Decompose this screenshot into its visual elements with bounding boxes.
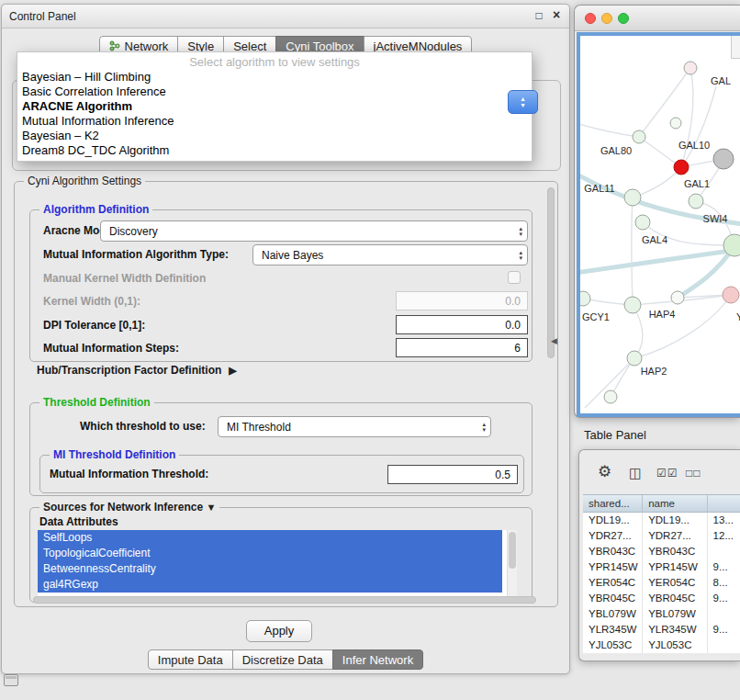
network-node-red[interactable] [674, 160, 689, 175]
settings-horizontal-scroll-thumb[interactable] [33, 596, 536, 604]
network-node[interactable] [627, 351, 642, 366]
network-node[interactable] [580, 291, 590, 306]
network-node[interactable] [689, 194, 703, 209]
network-node[interactable] [633, 130, 645, 143]
select-all-icon[interactable]: ☑☑ [656, 467, 678, 480]
settings-group-title: Cyni Algorithm Settings [24, 175, 145, 187]
tab-discretize-data[interactable]: Discretize Data [232, 649, 333, 670]
mi-threshold-label: Mutual Information Threshold: [50, 468, 208, 480]
network-node[interactable] [723, 287, 739, 303]
bottom-tabs: Impute Data Discretize Data Infer Networ… [2, 649, 569, 670]
network-node[interactable] [670, 118, 681, 129]
aracne-mode-value: Discovery [109, 225, 158, 238]
hub-definition-toggle[interactable]: Hub/Transcription Factor Definition ▶ [37, 364, 237, 377]
network-node-label: Y [736, 311, 740, 322]
network-scrollbar[interactable] [731, 36, 740, 59]
table-cell: YDR27... [643, 528, 707, 544]
attribute-item[interactable]: gal4RGexp [38, 577, 502, 593]
dropdown-item[interactable]: Mutual Information Inference [17, 114, 532, 129]
mi-threshold-value: 0.5 [495, 469, 510, 481]
gear-icon[interactable]: ⚙ [598, 462, 611, 481]
minimize-traffic-light[interactable] [601, 13, 612, 24]
table-cell: YLR345W [643, 622, 707, 638]
dropdown-item[interactable]: Basic Correlation Inference [17, 85, 532, 99]
mi-steps-field[interactable]: 6 [396, 338, 528, 357]
settings-vertical-scroll-thumb[interactable] [547, 187, 555, 358]
attribute-item[interactable]: BetweennessCentrality [38, 561, 502, 577]
table-row[interactable]: YPR145W YPR145W 9... [583, 559, 740, 575]
tab-impute-data[interactable]: Impute Data [148, 649, 233, 670]
column-header-name[interactable]: name [643, 495, 707, 512]
attributes-scrollbar[interactable] [507, 530, 517, 596]
network-node[interactable] [624, 297, 641, 313]
sources-toggle[interactable]: Sources for Network Inference ▼ [39, 501, 219, 514]
columns-icon[interactable]: ◫ [629, 465, 642, 481]
settings-horizontal-scrollbar[interactable] [20, 595, 549, 604]
manual-kernel-label: Manual Kernel Width Definition [43, 272, 206, 285]
table-cell: YDL19... [583, 513, 643, 528]
hub-arrow-icon: ▶ [229, 365, 236, 377]
attribute-item[interactable]: SelfLoops [38, 530, 502, 546]
which-threshold-combo[interactable]: MI Threshold ▴▾ [218, 416, 491, 437]
network-node[interactable] [684, 62, 697, 74]
dpi-tolerance-field[interactable]: 0.0 [396, 315, 528, 334]
column-header-shared-name[interactable]: shared... [583, 495, 643, 512]
table-row[interactable]: YDR27... YDR27... 12... [583, 528, 740, 544]
algorithm-combo-arrows-button[interactable]: ▴ ▾ [508, 90, 538, 114]
table-cell: YPR145W [583, 559, 643, 575]
network-node-label: HAP4 [649, 309, 676, 320]
aracne-mode-combo[interactable]: Discovery ▴▾ [100, 220, 528, 242]
panel-collapse-icon[interactable]: ◀ [551, 336, 557, 345]
dropdown-item[interactable]: Bayesian – Hill Climbing [17, 70, 532, 85]
close-traffic-light[interactable] [585, 13, 596, 24]
zoom-traffic-light[interactable] [618, 13, 629, 24]
network-node[interactable] [713, 149, 734, 169]
table-row[interactable]: YJL053C YJL053C [583, 638, 740, 653]
network-node[interactable] [624, 189, 641, 206]
network-node-label: GAL [711, 75, 731, 86]
table-panel-window: ⚙ ◫ ☑☑ □□ shared... name YDL19... YDL19.… [578, 449, 740, 661]
network-canvas[interactable]: GAL GAL80 GAL10 GAL11 GAL1 SWI4 GAL4 GCY… [577, 32, 740, 417]
cyni-algorithm-settings-group: Cyni Algorithm Settings Algorithm Defini… [14, 181, 558, 607]
table-cell [708, 606, 740, 622]
settings-vertical-scrollbar[interactable] [546, 186, 555, 601]
network-node[interactable] [635, 215, 650, 230]
mi-threshold-field[interactable]: 0.5 [387, 465, 518, 484]
tab-infer-network[interactable]: Infer Network [332, 649, 423, 670]
attribute-item[interactable]: TopologicalCoefficient [38, 546, 502, 561]
table-row[interactable]: YLR345W YLR345W 9... [583, 622, 740, 638]
table-cell: YPR145W [643, 559, 707, 575]
table-cell: YBR043C [583, 544, 643, 559]
table-row[interactable]: YBL079W YBL079W [583, 606, 740, 622]
network-node-label: HAP2 [641, 366, 667, 377]
table-cell: YJL053C [583, 638, 643, 653]
close-icon[interactable]: × [550, 7, 563, 22]
kernel-width-field[interactable]: 0.0 [396, 291, 528, 310]
table-row[interactable]: YBR043C YBR043C [583, 544, 740, 559]
attributes-scroll-thumb[interactable] [509, 532, 516, 569]
dropdown-item[interactable]: Dream8 DC_TDC Algorithm [17, 143, 532, 158]
table-cell: YBR043C [643, 544, 707, 559]
table-row[interactable]: YER054C YER054C 8... [583, 575, 740, 591]
network-nodes [580, 62, 740, 403]
node-table: shared... name YDL19... YDL19... 13... Y… [583, 494, 740, 653]
deselect-all-icon[interactable]: □□ [686, 467, 701, 480]
table-row[interactable]: YDL19... YDL19... 13... [583, 513, 740, 528]
table-cell: YBR045C [643, 591, 707, 606]
mi-type-combo[interactable]: Naive Bayes ▴▾ [252, 244, 528, 265]
column-header-extra[interactable] [708, 495, 740, 512]
network-node[interactable] [671, 291, 684, 304]
float-panel-icon[interactable]: □ [533, 9, 545, 22]
table-toolbar: ⚙ ◫ ☑☑ □□ [579, 450, 740, 492]
minimized-panel-icon[interactable] [4, 674, 18, 686]
dropdown-item[interactable]: Bayesian – K2 [17, 129, 532, 143]
manual-kernel-checkbox[interactable] [508, 271, 521, 284]
dropdown-item-selected[interactable]: ARACNE Algorithm [17, 99, 532, 114]
mi-threshold-group: MI Threshold Definition Mutual Informati… [39, 455, 524, 493]
table-cell: 9... [708, 591, 740, 606]
table-row[interactable]: YBR045C YBR045C 9... [583, 591, 740, 606]
network-node-label: GAL10 [678, 140, 710, 151]
apply-button[interactable]: Apply [246, 620, 312, 642]
which-threshold-label: Which threshold to use: [80, 420, 206, 433]
network-node[interactable] [604, 390, 617, 403]
